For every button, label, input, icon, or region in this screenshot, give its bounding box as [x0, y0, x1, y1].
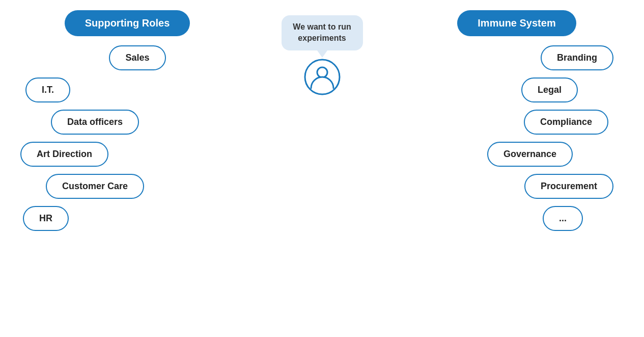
- diagram-container: Supporting Roles Sales I.T. Data officer…: [0, 0, 644, 337]
- procurement-pill: Procurement: [524, 174, 613, 199]
- legal-pill: Legal: [521, 77, 578, 102]
- center-column: We want to run experiments: [276, 10, 368, 95]
- right-column: Immune System Branding Legal Compliance …: [430, 10, 624, 238]
- hr-pill: HR: [23, 206, 69, 231]
- ellipsis-pill: ...: [543, 206, 583, 231]
- it-pill: I.T.: [25, 77, 70, 102]
- branding-pill: Branding: [541, 45, 613, 70]
- governance-pill: Governance: [487, 142, 573, 167]
- left-column: Supporting Roles Sales I.T. Data officer…: [20, 10, 214, 238]
- compliance-pill: Compliance: [524, 110, 608, 135]
- customer-care-pill: Customer Care: [46, 174, 144, 199]
- sales-pill: Sales: [109, 45, 165, 70]
- svg-point-1: [317, 67, 327, 77]
- speech-bubble: We want to run experiments: [282, 15, 363, 50]
- person-icon: [304, 59, 341, 95]
- data-officers-pill: Data officers: [51, 110, 139, 135]
- immune-system-header: Immune System: [457, 10, 576, 36]
- supporting-roles-header: Supporting Roles: [65, 10, 190, 36]
- art-direction-pill: Art Direction: [20, 142, 108, 167]
